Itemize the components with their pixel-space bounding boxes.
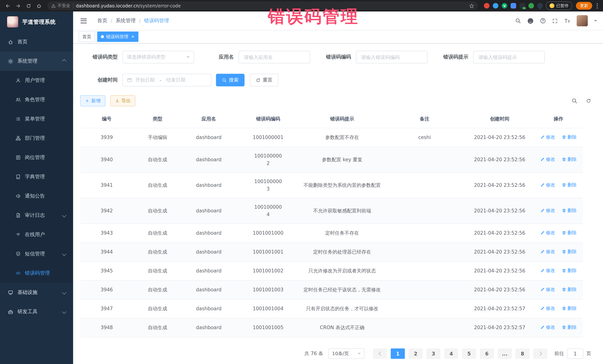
ext-icon-2[interactable] bbox=[493, 3, 498, 9]
browser-back-icon[interactable] bbox=[3, 1, 13, 11]
sidebar-item-menu-list[interactable]: 菜单管理 bbox=[0, 109, 73, 129]
app-name-field[interactable] bbox=[239, 51, 310, 63]
error-msg-input[interactable] bbox=[477, 54, 540, 60]
date-range-picker[interactable]: 开始日期 - 结束日期 bbox=[122, 74, 211, 86]
page-button-6[interactable]: 6 bbox=[480, 348, 494, 359]
app-name-input[interactable] bbox=[243, 54, 306, 60]
sidebar-item-org-tree[interactable]: 部门管理 bbox=[0, 129, 73, 148]
delete-row-button[interactable]: 删除 bbox=[562, 181, 577, 189]
avatar[interactable] bbox=[577, 15, 588, 26]
delete-row-button[interactable]: 删除 bbox=[562, 156, 577, 163]
error-msg-field[interactable] bbox=[473, 51, 545, 63]
edit-row-button[interactable]: 修改 bbox=[540, 267, 555, 274]
delete-row-button[interactable]: 删除 bbox=[562, 229, 577, 236]
paused-chip[interactable]: 已暂停 bbox=[546, 1, 572, 10]
breadcrumb-home[interactable]: 首页 bbox=[97, 17, 107, 24]
page-button-8[interactable]: 8 bbox=[515, 348, 530, 359]
edit-row-button[interactable]: 修改 bbox=[540, 305, 555, 312]
help-icon[interactable] bbox=[540, 18, 546, 24]
edit-row-button[interactable]: 修改 bbox=[540, 324, 555, 331]
cell-code: 1001001001 bbox=[236, 243, 301, 262]
error-type-select[interactable]: 请选择错误码类型 bbox=[122, 51, 194, 63]
delete-row-button[interactable]: 删除 bbox=[562, 305, 577, 312]
breadcrumb-system[interactable]: 系统管理 bbox=[116, 17, 136, 24]
sidebar-item-megaphone[interactable]: 通知公告 bbox=[0, 187, 73, 206]
browser-home-icon[interactable] bbox=[34, 1, 44, 11]
font-size-icon[interactable] bbox=[564, 18, 570, 23]
page-button-4[interactable]: 4 bbox=[444, 348, 458, 359]
page-button-3[interactable]: 3 bbox=[426, 348, 441, 359]
close-icon[interactable] bbox=[131, 35, 135, 39]
app-logo[interactable]: 芋道管理系统 bbox=[0, 11, 73, 32]
delete-row-button[interactable]: 删除 bbox=[562, 267, 577, 274]
sidebar-item-id-badge[interactable]: 岗位管理 bbox=[0, 148, 73, 167]
fullscreen-icon[interactable] bbox=[552, 18, 558, 23]
browser-menu-icon[interactable] bbox=[597, 3, 598, 8]
chevron-down-icon bbox=[62, 310, 66, 314]
sidebar-item-dictionary[interactable]: 字典管理 bbox=[0, 167, 73, 187]
page-button-2[interactable]: 2 bbox=[408, 348, 423, 359]
sidebar-item-dev-tools[interactable]: 研发工具 bbox=[0, 302, 73, 321]
edit-row-button[interactable]: 修改 bbox=[540, 229, 555, 236]
sidebar-item-users[interactable]: 角色管理 bbox=[0, 90, 73, 109]
sidebar-item-log-file[interactable]: 审计日志 bbox=[0, 206, 73, 225]
search-button[interactable]: 搜索 bbox=[216, 74, 244, 86]
prev-page-button[interactable] bbox=[373, 348, 387, 359]
delete-row-button[interactable]: 删除 bbox=[562, 207, 577, 214]
goto-page-input[interactable] bbox=[567, 348, 583, 359]
ext-icon-7[interactable] bbox=[536, 2, 544, 10]
add-button[interactable]: 新增 bbox=[80, 95, 105, 106]
sidebar-item-dashboard[interactable]: 首页 bbox=[0, 32, 73, 52]
page-size-select[interactable]: 10条/页 bbox=[328, 348, 364, 359]
sidebar-item-label: 在线用户 bbox=[25, 231, 45, 238]
tab-home[interactable]: 首页 bbox=[79, 32, 95, 42]
edit-row-button[interactable]: 修改 bbox=[540, 156, 555, 163]
page-ellipsis[interactable]: ... bbox=[498, 348, 512, 359]
sidebar-item-gear[interactable]: 系统管理 bbox=[0, 52, 73, 71]
next-page-button[interactable] bbox=[533, 348, 547, 359]
page-button-1[interactable]: 1 bbox=[391, 348, 405, 359]
page-button-5[interactable]: 5 bbox=[462, 348, 476, 359]
trash-icon bbox=[562, 268, 566, 273]
security-indicator[interactable]: 不安全 bbox=[51, 3, 70, 9]
github-icon[interactable] bbox=[527, 18, 533, 24]
sidebar-item-user[interactable]: 用户管理 bbox=[0, 71, 73, 90]
sidebar-toggle-icon[interactable] bbox=[79, 17, 88, 25]
ext-icon-1[interactable] bbox=[484, 3, 489, 9]
reset-button[interactable]: 重置 bbox=[250, 74, 278, 86]
cell-id: 3939 bbox=[80, 128, 133, 147]
cell-type: 自动生成 bbox=[133, 243, 182, 262]
sidebar-item-shield[interactable]: 短信管理 bbox=[0, 244, 73, 264]
delete-row-button[interactable]: 删除 bbox=[562, 133, 577, 141]
edit-row-button[interactable]: 修改 bbox=[540, 248, 555, 255]
browser-forward-icon[interactable] bbox=[13, 1, 23, 11]
browser-reload-icon[interactable] bbox=[24, 1, 33, 11]
address-bar[interactable]: 不安全 dashboard.yudao.iocoder.cn/system/er… bbox=[47, 1, 478, 10]
chevron-down-icon[interactable] bbox=[594, 20, 597, 23]
toggle-search-icon[interactable] bbox=[571, 98, 577, 104]
sidebar-item-infrastructure[interactable]: 基础设施 bbox=[0, 283, 73, 302]
edit-row-button[interactable]: 修改 bbox=[540, 207, 555, 214]
bookmark-star-icon[interactable] bbox=[469, 3, 474, 8]
sidebar-item-online-signal[interactable]: 在线用户 bbox=[0, 225, 73, 244]
ext-icon-5[interactable] bbox=[520, 3, 525, 9]
sidebar-item-code[interactable]: 错误码管理 bbox=[0, 264, 73, 283]
delete-row-button[interactable]: 删除 bbox=[562, 248, 577, 255]
refresh-table-icon[interactable] bbox=[586, 98, 591, 103]
export-button[interactable]: 导出 bbox=[110, 95, 135, 106]
edit-row-button[interactable]: 修改 bbox=[540, 286, 555, 293]
delete-row-button[interactable]: 删除 bbox=[562, 324, 577, 331]
ext-icon-4[interactable] bbox=[510, 3, 516, 9]
error-code-field[interactable] bbox=[356, 51, 428, 63]
ext-icon-3[interactable] bbox=[502, 3, 507, 9]
ext-icon-6[interactable] bbox=[528, 3, 534, 9]
delete-row-button[interactable]: 删除 bbox=[562, 286, 577, 293]
users-icon bbox=[16, 97, 21, 102]
col-created: 创建时间 bbox=[465, 110, 534, 128]
search-icon[interactable] bbox=[515, 18, 521, 24]
edit-row-button[interactable]: 修改 bbox=[540, 181, 555, 189]
tab-error-code[interactable]: 错误码管理 bbox=[97, 32, 139, 42]
error-code-input[interactable] bbox=[360, 54, 423, 60]
browser-update-button[interactable]: 更新 bbox=[576, 2, 592, 10]
edit-row-button[interactable]: 修改 bbox=[540, 133, 555, 141]
